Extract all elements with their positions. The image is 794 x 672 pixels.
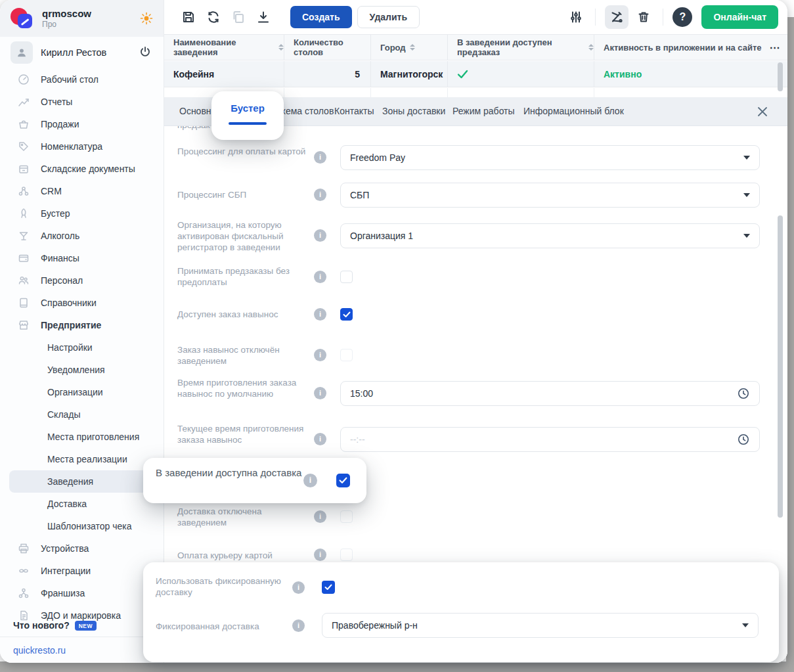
scrollbar-thumb[interactable] (778, 215, 783, 518)
info-icon[interactable]: i (314, 510, 326, 523)
scrollbar-thumb[interactable] (778, 62, 783, 91)
refresh-icon[interactable] (206, 10, 221, 24)
sidebar-item-venues[interactable]: Заведения (9, 470, 154, 493)
column-header-venue-name[interactable]: Наименование заведения (164, 35, 284, 60)
info-icon[interactable]: i (292, 619, 305, 632)
clock-icon (737, 433, 750, 446)
sidebar-item-alcohol[interactable]: Алкоголь (0, 225, 164, 247)
sidebar-item-finance[interactable]: Финансы (0, 247, 164, 269)
whats-new-link[interactable]: Что нового? NEW (0, 614, 164, 637)
basket-icon (17, 118, 30, 131)
column-settings-icon[interactable] (569, 10, 583, 24)
delivery-available-checkbox[interactable] (336, 474, 350, 487)
default-takeaway-time-input[interactable]: 15:00 (340, 381, 760, 406)
sidebar-item-sales[interactable]: Продажи (0, 113, 164, 135)
sidebar-item-nomenclature[interactable]: Номенклатура (0, 135, 164, 158)
card-processing-select[interactable]: Freedom Pay (340, 145, 760, 170)
sidebar-item-crm[interactable]: CRM (0, 180, 164, 202)
booster-icon (17, 207, 30, 220)
save-icon[interactable] (181, 10, 196, 24)
trash-icon[interactable] (636, 10, 651, 24)
column-menu-icon[interactable]: ⋯ (770, 41, 782, 54)
takeaway-available-checkbox[interactable] (340, 308, 353, 321)
sidebar-item-warehouse-docs[interactable]: Складские документы (0, 158, 164, 180)
current-takeaway-time-input[interactable]: --:-- (340, 427, 760, 452)
fixed-delivery-callout: Использовать фиксированную доставку i Фи… (143, 562, 779, 662)
sidebar-item-franchise[interactable]: Франшиза (0, 582, 164, 604)
reports-icon (17, 95, 30, 108)
sort-icon[interactable] (410, 44, 415, 51)
sort-icon[interactable] (278, 44, 284, 51)
courier-card-payment-checkbox[interactable] (340, 549, 353, 561)
sidebar-item-dashboard[interactable]: Рабочий стол (0, 68, 164, 91)
sort-icon[interactable] (588, 44, 594, 51)
tab-info-block[interactable]: Информационный блок (523, 106, 624, 116)
sidebar-footer: Что нового? NEW quickresto.ru (0, 614, 164, 663)
sidebar-item-receipt-template[interactable]: Шаблонизатор чека (0, 515, 164, 537)
dashboard-icon (17, 73, 30, 86)
crm-icon (17, 185, 30, 198)
sidebar-item-prep-places[interactable]: Места приготовления (0, 426, 164, 448)
app-logo-icon (9, 5, 35, 32)
sidebar-item-delivery[interactable]: Доставка (0, 493, 164, 515)
info-icon[interactable]: i (314, 229, 326, 242)
brand-plan: Про (42, 20, 91, 29)
theme-sun-icon[interactable] (140, 12, 153, 28)
clock-icon (737, 387, 750, 400)
column-header-preorder[interactable]: В заведении доступен предзаказ (448, 35, 594, 60)
logout-power-icon[interactable] (139, 45, 152, 61)
sidebar-item-integrations[interactable]: Интеграции (0, 560, 164, 582)
delivery-disabled-checkbox[interactable] (340, 510, 353, 523)
window-edge-bottom (0, 661, 794, 672)
sidebar-item-devices[interactable]: Устройства (0, 537, 164, 560)
fiscal-organization-select[interactable]: Организация 1 (340, 223, 760, 248)
info-icon[interactable]: i (314, 189, 326, 201)
sidebar-item-sale-places[interactable]: Места реализации (0, 448, 164, 470)
use-fixed-delivery-checkbox[interactable] (322, 581, 335, 594)
sidebar: qrmoscow Про Кирилл Рестов (0, 0, 164, 663)
preorder-no-prepay-checkbox[interactable] (340, 271, 353, 283)
tools-button[interactable] (605, 5, 629, 29)
info-icon[interactable]: i (303, 474, 317, 487)
sidebar-item-staff[interactable]: Персонал (0, 269, 164, 292)
tab-contacts[interactable]: Контакты (334, 106, 374, 116)
sidebar-item-warehouses[interactable]: Склады (0, 403, 164, 426)
copy-icon[interactable] (231, 10, 246, 24)
close-icon[interactable] (756, 105, 769, 118)
user-name: Кирилл Рестов (41, 47, 106, 58)
info-icon[interactable]: i (314, 349, 326, 361)
download-icon[interactable] (256, 10, 271, 24)
info-icon[interactable]: i (314, 387, 326, 399)
site-link[interactable]: quickresto.ru (0, 637, 164, 663)
sbp-processing-select[interactable]: СБП (340, 183, 760, 208)
info-icon[interactable]: i (314, 433, 326, 445)
info-icon[interactable]: i (292, 581, 305, 594)
create-button[interactable]: Создать (290, 6, 352, 28)
sidebar-item-settings[interactable]: Настройки (0, 336, 164, 359)
franchise-icon (17, 587, 30, 600)
fixed-delivery-select[interactable]: Правобережный р-н (322, 613, 759, 638)
tab-booster[interactable]: Бустер (211, 102, 284, 114)
help-button[interactable]: ? (673, 7, 692, 27)
info-icon[interactable]: i (314, 271, 326, 283)
column-header-tables-count[interactable]: Количество столов (284, 35, 371, 60)
user-row: Кирилл Рестов (0, 37, 164, 68)
sidebar-item-notifications[interactable]: Уведомления (0, 359, 164, 381)
tools-icon (609, 10, 624, 24)
tab-delivery-zones[interactable]: Зоны доставки (382, 106, 445, 116)
table-row[interactable]: Кофейня 5 Магнитогорск Активно (164, 61, 787, 87)
sidebar-item-organizations[interactable]: Организации (0, 381, 164, 403)
info-icon[interactable]: i (314, 151, 326, 164)
column-header-city[interactable]: Город (371, 35, 448, 60)
info-icon[interactable]: i (314, 308, 326, 321)
online-chat-button[interactable]: Онлайн-чат (701, 5, 778, 29)
sidebar-item-directories[interactable]: Справочники (0, 292, 164, 314)
tab-work-mode[interactable]: Режим работы (452, 106, 515, 116)
column-header-activity[interactable]: Активность в приложении и на сайте ⋯ (594, 35, 787, 60)
takeaway-disabled-checkbox[interactable] (340, 349, 353, 361)
sidebar-item-booster[interactable]: Бустер (0, 202, 164, 225)
info-icon[interactable]: i (314, 549, 326, 561)
sidebar-item-reports[interactable]: Отчеты (0, 91, 164, 113)
delete-button[interactable]: Удалить (357, 6, 420, 28)
sidebar-item-enterprise[interactable]: Предприятие (0, 314, 164, 336)
